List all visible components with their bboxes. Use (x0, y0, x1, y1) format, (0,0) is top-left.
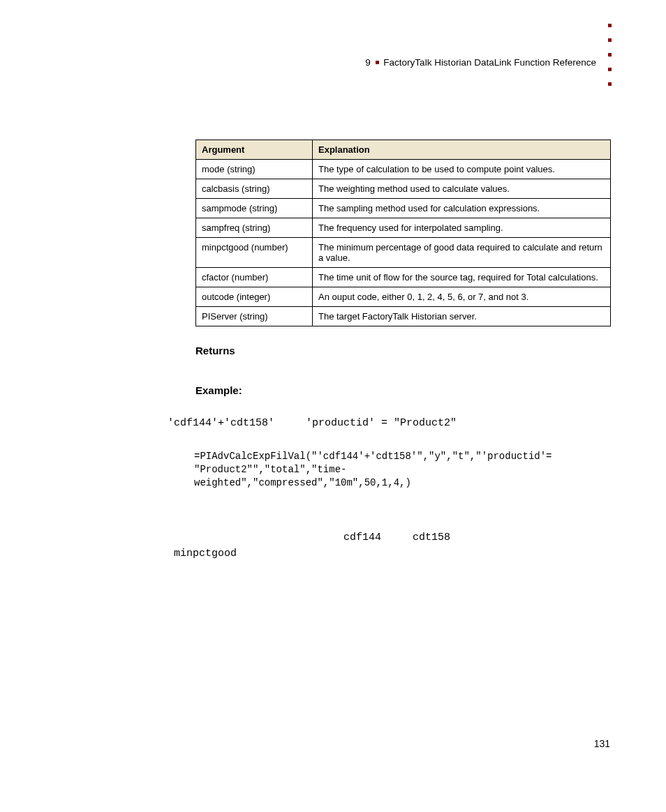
arg-name: PIServer (string) (196, 307, 313, 326)
bullet-icon (376, 61, 379, 64)
table-row: sampmode (string) The sampling method us… (196, 199, 611, 218)
dot-icon (608, 68, 612, 71)
dot-icon (608, 82, 612, 86)
arg-name: sampfreq (string) (196, 218, 313, 238)
table-header-explanation: Explanation (313, 140, 611, 160)
chapter-title: FactoryTalk Historian DataLink Function … (383, 57, 596, 68)
arg-desc: The weighting method used to calculate v… (313, 179, 611, 199)
table-row: mode (string) The type of calculation to… (196, 160, 611, 179)
arg-desc: The time unit of flow for the source tag… (313, 268, 611, 287)
example-code: =PIAdvCalcExpFilVal("'cdf144'+'cdt158'",… (194, 450, 610, 490)
table-row: sampfreq (string) The frequency used for… (196, 218, 611, 238)
arg-name: calcbasis (string) (196, 179, 313, 199)
arg-desc: The minimum percentage of good data requ… (313, 238, 611, 268)
dot-icon (608, 24, 612, 27)
table-row: PIServer (string) The target FactoryTalk… (196, 307, 611, 326)
returns-heading: Returns (195, 345, 610, 356)
page-header: 9 FactoryTalk Historian DataLink Functio… (365, 57, 596, 68)
chapter-number: 9 (365, 57, 371, 68)
arg-name: cfactor (number) (196, 268, 313, 287)
arg-desc: The sampling method used for calculation… (313, 199, 611, 218)
table-header-argument: Argument (196, 140, 313, 160)
arg-desc: The frequency used for interpolated samp… (313, 218, 611, 238)
trailing-text-1: cdf144 cdt158 (168, 532, 610, 543)
arg-desc: An ouput code, either 0, 1, 2, 4, 5, 6, … (313, 287, 611, 307)
dot-icon (608, 53, 612, 57)
arg-name: mode (string) (196, 160, 313, 179)
example-heading: Example: (195, 384, 610, 396)
arg-desc: The type of calculation to be used to co… (313, 160, 611, 179)
decorative-dots (608, 24, 612, 86)
document-page: 9 FactoryTalk Historian DataLink Functio… (0, 0, 666, 812)
arg-name: outcode (integer) (196, 287, 313, 307)
arguments-table: Argument Explanation mode (string) The t… (195, 140, 611, 326)
table-row: calcbasis (string) The weighting method … (196, 179, 611, 199)
page-number: 131 (594, 738, 610, 749)
table-row: minpctgood (number) The minimum percenta… (196, 238, 611, 268)
table-row: outcode (integer) An ouput code, either … (196, 287, 611, 307)
example-expression: 'cdf144'+'cdt158' 'productid' = "Product… (168, 417, 610, 429)
arg-desc: The target FactoryTalk Historian server. (313, 307, 611, 326)
dot-icon (608, 38, 612, 42)
arg-name: sampmode (string) (196, 199, 313, 218)
trailing-text-2: minpctgood (168, 548, 610, 559)
table-row: cfactor (number) The time unit of flow f… (196, 268, 611, 287)
arg-name: minpctgood (number) (196, 238, 313, 268)
